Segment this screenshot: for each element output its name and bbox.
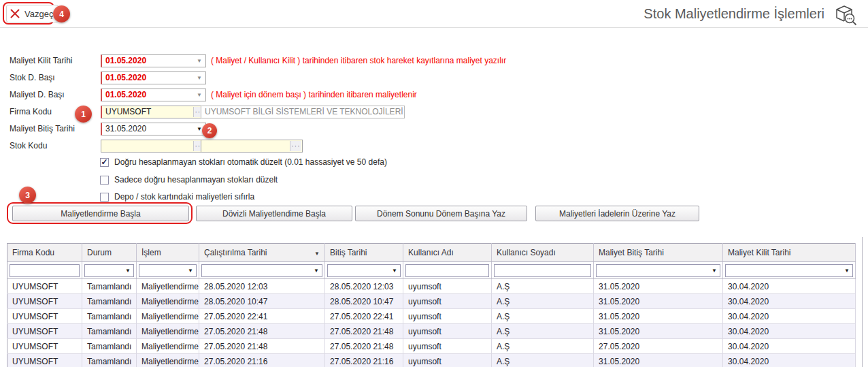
results-table: Firma KoduDurumİşlemÇalıştırılma Tarihi▼…: [7, 243, 856, 367]
table-cell: Maliyetlendirme: [137, 309, 199, 324]
table-cell: 27.05.2020 21:48: [199, 324, 325, 339]
column-header-8[interactable]: Maliyet Kilit Tarihi: [723, 244, 856, 262]
table-row[interactable]: UYUMSOFTTamamlandıMaliyetlendirme27.05.2…: [7, 309, 856, 324]
table-cell: 30.04.2020: [723, 324, 856, 339]
firma-kodu-input[interactable]: UYUMSOFT ···: [101, 106, 206, 118]
table-cell: 27.05.2020: [594, 339, 723, 354]
cancel-button[interactable]: Vazgeç: [6, 5, 59, 22]
stok-d-basi-label: Stok D. Başı: [10, 71, 55, 84]
table-cell: 27.05.2020 21:48: [199, 339, 325, 354]
chevron-down-icon[interactable]: ▼: [197, 127, 202, 132]
column-header-3[interactable]: Çalıştırılma Tarihi▼: [199, 244, 325, 262]
maliyet-d-basi-label: Maliyet D. Başı: [10, 89, 65, 101]
donem-sonu-yaz-button[interactable]: Dönem Sonunu Dönem Başına Yaz: [355, 206, 527, 221]
table-cell: 27.05.2020 21:16: [325, 354, 403, 367]
table-cell: 30.04.2020: [723, 354, 856, 367]
checkbox-icon[interactable]: ✓: [100, 158, 109, 167]
stok-d-basi-field[interactable]: 01.05.2020 ▼: [101, 71, 206, 84]
checkbox-reset-costs[interactable]: Depo / stok kartındaki maliyetleri sıfır…: [100, 191, 254, 202]
table-cell: UYUMSOFT: [7, 309, 82, 324]
table-cell: Maliyetlendirme: [137, 354, 199, 367]
table-cell: Tamamlandı: [82, 279, 137, 294]
table-row[interactable]: UYUMSOFTTamamlandıMaliyetlendirme27.05.2…: [7, 339, 856, 354]
table-cell: 30.04.2020: [723, 309, 856, 324]
checkbox-icon[interactable]: [100, 176, 109, 185]
cancel-x-icon: [9, 7, 21, 20]
filter-combo-2[interactable]: ▼: [139, 264, 197, 277]
filter-cell-4: ▼: [325, 262, 403, 279]
table-cell: 31.05.2020: [594, 354, 723, 367]
column-header-4[interactable]: Bitiş Tarihi: [325, 244, 403, 262]
chevron-down-icon[interactable]: ▼: [844, 268, 850, 274]
checkbox-auto-fix[interactable]: ✓ Doğru hesaplanmayan stokları otomatik …: [100, 157, 387, 167]
table-cell: uyumsoft: [403, 309, 492, 324]
column-header-1[interactable]: Durum: [82, 244, 137, 262]
sort-desc-icon: ▼: [314, 251, 320, 257]
stok-kodu-label: Stok Kodu: [10, 140, 47, 153]
annotation-badge-3: 3: [19, 187, 36, 204]
table-row[interactable]: UYUMSOFTTamamlandıMaliyetlendirme27.05.2…: [7, 354, 856, 367]
filter-cell-6: [492, 262, 594, 279]
chevron-down-icon[interactable]: ▼: [197, 93, 202, 98]
firma-kodu-label: Firma Kodu: [10, 106, 52, 118]
chevron-down-icon[interactable]: ▼: [197, 59, 202, 64]
table-cell: Maliyetlendirme: [137, 324, 199, 339]
iade-uzerine-yaz-button[interactable]: Maliyetleri İadelerin Üzerine Yaz: [535, 206, 699, 221]
column-header-7[interactable]: Maliyet Bitiş Tarihi: [594, 244, 723, 262]
table-cell: 31.05.2020: [594, 324, 723, 339]
filter-combo-4[interactable]: ▼: [327, 264, 401, 277]
filter-cell-5: [403, 262, 492, 279]
filter-cell-8: ▼: [723, 262, 856, 279]
maliyet-kilit-tarihi-field[interactable]: 01.05.2020 ▼: [101, 54, 206, 67]
filter-cell-0: [7, 262, 82, 279]
chevron-down-icon[interactable]: ▼: [392, 268, 397, 274]
table-row[interactable]: UYUMSOFTTamamlandıMaliyetlendirme28.05.2…: [7, 279, 856, 294]
maliyet-bitis-tarihi-label: Maliyet Bitiş Tarihi: [10, 123, 75, 135]
table-cell: 30.04.2020: [723, 279, 856, 294]
table-cell: uyumsoft: [403, 339, 492, 354]
maliyet-kilit-tarihi-label: Maliyet Kilit Tarihi: [10, 54, 72, 67]
filter-combo-8[interactable]: ▼: [725, 264, 853, 277]
table-cell: A.Ş: [492, 354, 594, 367]
ellipsis-lookup-button[interactable]: ···: [290, 141, 301, 151]
filter-input-6[interactable]: [494, 264, 591, 277]
maliyet-d-basi-field[interactable]: 01.05.2020 ▼: [101, 89, 206, 101]
panel-right-border: [862, 237, 863, 367]
chevron-down-icon[interactable]: ▼: [188, 268, 193, 274]
filter-cell-3: ▼: [199, 262, 325, 279]
filter-combo-1[interactable]: ▼: [84, 264, 134, 277]
table-cell: Tamamlandı: [82, 354, 137, 367]
chevron-down-icon[interactable]: ▼: [125, 268, 131, 274]
column-header-6[interactable]: Kullanıcı Soyadı: [492, 244, 594, 262]
chevron-down-icon[interactable]: ▼: [712, 268, 717, 274]
table-cell: A.Ş: [492, 294, 594, 309]
table-cell: 30.04.2020: [723, 339, 856, 354]
table-cell: 28.05.2020 10:47: [325, 294, 403, 309]
table-cell: 30.04.2020: [723, 294, 856, 309]
chevron-down-icon[interactable]: ▼: [314, 268, 319, 274]
filter-combo-3[interactable]: ▼: [201, 264, 322, 277]
table-row[interactable]: UYUMSOFTTamamlandıMaliyetlendirme27.05.2…: [7, 324, 856, 339]
column-header-0[interactable]: Firma Kodu: [7, 244, 82, 262]
table-row[interactable]: UYUMSOFTTamamlandıMaliyetlendirme28.05.2…: [7, 294, 856, 309]
table-cell: 31.05.2020: [594, 309, 723, 324]
table-cell: UYUMSOFT: [7, 279, 82, 294]
checkbox-icon[interactable]: [100, 193, 109, 202]
filter-input-5[interactable]: [405, 264, 489, 277]
column-header-2[interactable]: İşlem: [137, 244, 199, 262]
stok-kodu-input-2[interactable]: ···: [201, 140, 303, 153]
table-cell: UYUMSOFT: [7, 354, 82, 367]
table-cell: Maliyetlendirme: [137, 294, 199, 309]
stok-kodu-input[interactable]: ···: [101, 140, 206, 153]
filter-input-0[interactable]: [10, 264, 80, 277]
column-header-5[interactable]: Kullanıcı Adı: [403, 244, 492, 262]
dovizli-maliyetlendirme-button[interactable]: Dövizli Maliyetlendime Başla: [196, 206, 352, 221]
table-cell: Tamamlandı: [82, 309, 137, 324]
maliyet-bitis-tarihi-field[interactable]: 31.05.2020 ▼: [101, 123, 206, 135]
checkbox-only-fix[interactable]: Sadece doğru hesaplanmayan stokları düze…: [100, 174, 278, 185]
filter-combo-7[interactable]: ▼: [596, 264, 720, 277]
page-title: Stok Maliyetlendirme İşlemleri: [644, 6, 824, 22]
maliyetlendirme-basla-button[interactable]: Maliyetlendirme Başla: [12, 206, 189, 221]
chevron-down-icon[interactable]: ▼: [197, 76, 202, 81]
maliyet-kilit-note: ( Maliyet / Kullanıcı Kilit ) tarihinden…: [211, 56, 506, 65]
